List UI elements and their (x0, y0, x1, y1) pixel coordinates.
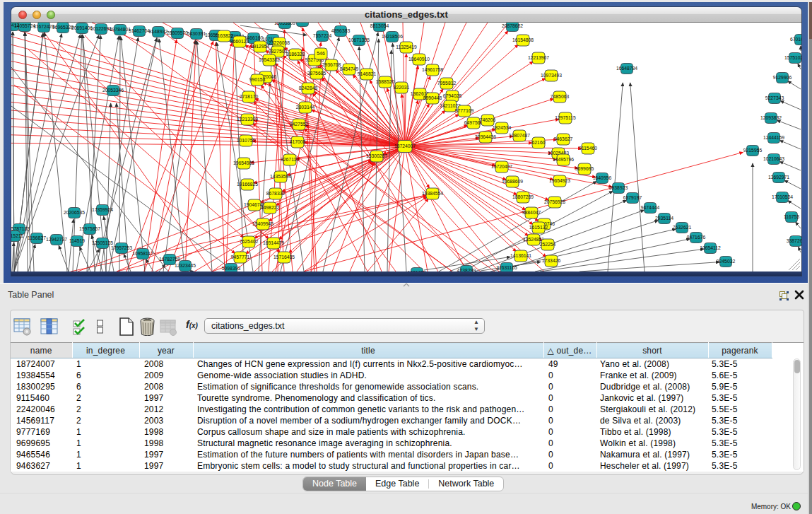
svg-text:15409945: 15409945 (252, 221, 273, 226)
svg-text:10122691: 10122691 (90, 26, 112, 31)
svg-text:28809570: 28809570 (167, 30, 188, 35)
svg-text:9227343: 9227343 (765, 95, 784, 100)
svg-text:8427552: 8427552 (290, 122, 309, 127)
svg-text:1640956: 1640956 (593, 175, 612, 180)
svg-text:17010534: 17010534 (772, 194, 793, 199)
svg-text:5938923: 5938923 (609, 185, 628, 190)
svg-text:15300287: 15300287 (366, 153, 387, 158)
svg-text:20756928: 20756928 (544, 199, 565, 204)
svg-text:15716485: 15716485 (273, 255, 295, 259)
svg-text:20691406: 20691406 (71, 25, 93, 30)
svg-text:7485063: 7485063 (551, 94, 570, 99)
svg-text:16782759: 16782759 (159, 257, 180, 262)
svg-text:14353594: 14353594 (270, 174, 291, 179)
svg-text:1615132: 1615132 (529, 225, 548, 230)
svg-text:7632621: 7632621 (673, 225, 692, 230)
svg-text:12093832: 12093832 (760, 115, 782, 120)
svg-text:746206: 746206 (480, 117, 496, 122)
svg-text:417008: 417008 (290, 139, 306, 144)
svg-text:9463627: 9463627 (554, 136, 573, 141)
svg-text:9827503: 9827503 (269, 49, 288, 54)
svg-text:12213309: 12213309 (237, 117, 258, 122)
svg-text:14211022: 14211022 (440, 103, 461, 108)
svg-text:8267110: 8267110 (281, 157, 299, 162)
svg-text:12505135: 12505135 (92, 240, 113, 245)
svg-text:7182278: 7182278 (293, 23, 312, 23)
svg-text:1156827: 1156827 (28, 235, 46, 240)
svg-text:6379197: 6379197 (623, 195, 642, 200)
svg-text:114519: 114519 (69, 238, 85, 243)
svg-text:546: 546 (317, 51, 325, 56)
svg-text:10973493: 10973493 (541, 73, 562, 78)
svg-text:10543382: 10543382 (259, 57, 280, 62)
svg-text:7625402: 7625402 (240, 239, 259, 244)
svg-text:8454749: 8454749 (340, 66, 359, 71)
svg-text:9215955: 9215955 (743, 148, 763, 153)
svg-text:20053346: 20053346 (102, 88, 124, 93)
svg-text:14961758: 14961758 (422, 67, 443, 72)
svg-text:8471676: 8471676 (687, 235, 706, 240)
svg-text:19166825: 19166825 (237, 182, 258, 187)
svg-text:14055724: 14055724 (14, 23, 35, 28)
svg-text:5430391: 5430391 (187, 31, 206, 36)
svg-text:1010755: 1010755 (237, 138, 256, 143)
svg-text:9457771: 9457771 (231, 255, 250, 259)
svg-text:37631165: 37631165 (496, 265, 517, 270)
svg-text:990153: 990153 (249, 77, 266, 82)
svg-text:5098393: 5098393 (222, 266, 241, 271)
svg-text:8148932: 8148932 (149, 29, 168, 34)
svg-text:12323445: 12323445 (175, 263, 196, 268)
svg-text:9146821: 9146821 (358, 71, 377, 76)
svg-text:2936768: 2936768 (322, 62, 341, 67)
svg-text:10654112: 10654112 (700, 245, 721, 250)
svg-text:14136141: 14136141 (510, 253, 531, 258)
svg-text:69784801: 69784801 (110, 27, 131, 32)
svg-text:14495796: 14495796 (553, 157, 574, 162)
svg-text:15751024: 15751024 (784, 55, 801, 60)
svg-text:8678332: 8678332 (266, 191, 286, 196)
svg-text:67010651: 67010651 (790, 37, 801, 42)
svg-text:2935114: 2935114 (655, 216, 673, 221)
svg-text:16914479: 16914479 (263, 240, 284, 245)
svg-text:1733426: 1733426 (542, 258, 561, 263)
svg-text:18724007: 18724007 (394, 144, 416, 148)
svg-text:96965328: 96965328 (52, 25, 73, 30)
svg-text:12942737: 12942737 (46, 237, 67, 242)
svg-text:7163822: 7163822 (215, 33, 234, 38)
svg-text:19218506: 19218506 (382, 34, 403, 39)
svg-text:20206535: 20206535 (64, 210, 85, 215)
svg-text:12444159: 12444159 (763, 135, 784, 140)
svg-text:15720407: 15720407 (491, 164, 512, 169)
svg-text:16154808: 16154808 (512, 37, 534, 42)
svg-text:8813054: 8813054 (370, 23, 389, 28)
svg-text:7357224: 7357224 (313, 33, 332, 38)
svg-text:9115460: 9115460 (579, 146, 597, 151)
svg-text:19975857: 19975857 (79, 226, 100, 231)
svg-text:19654923: 19654923 (549, 178, 570, 183)
svg-text:7955812: 7955812 (437, 81, 457, 86)
svg-text:822031: 822031 (394, 85, 410, 90)
svg-text:9699695: 9699695 (575, 166, 594, 171)
svg-text:3875685: 3875685 (307, 71, 326, 76)
svg-text:8660123: 8660123 (230, 39, 249, 44)
svg-text:19654985: 19654985 (233, 160, 254, 165)
svg-text:16648784: 16648784 (616, 66, 637, 71)
svg-text:9474444: 9474444 (641, 205, 660, 210)
svg-text:12213967: 12213967 (528, 55, 549, 60)
svg-text:10210643: 10210643 (763, 156, 784, 161)
svg-text:12975115: 12975115 (555, 115, 576, 120)
svg-text:4498222: 4498222 (261, 205, 280, 210)
svg-text:2718170: 2718170 (240, 94, 259, 99)
svg-text:13692971: 13692971 (768, 175, 789, 180)
svg-text:6794028: 6794028 (443, 93, 462, 98)
svg-text:18640910: 18640910 (408, 57, 430, 62)
svg-text:37672423: 37672423 (33, 24, 54, 29)
svg-text:18807289: 18807289 (512, 194, 534, 199)
svg-text:10688609: 10688609 (502, 179, 523, 184)
svg-text:252254: 252254 (540, 242, 556, 247)
svg-text:10958117: 10958117 (132, 251, 153, 256)
svg-text:51462704: 51462704 (129, 28, 150, 33)
svg-text:10807487: 10807487 (509, 133, 530, 138)
svg-text:1588520: 1588520 (376, 79, 395, 84)
svg-text:8990448: 8990448 (423, 95, 442, 100)
